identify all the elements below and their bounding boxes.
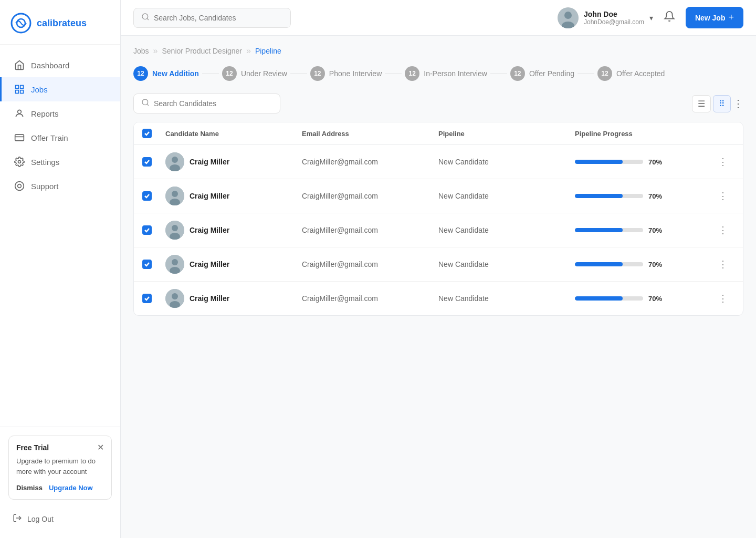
breadcrumb-pipeline[interactable]: Pipeline — [255, 47, 281, 55]
candidate-name: Craig Miller — [190, 192, 229, 200]
select-all-checkbox[interactable] — [142, 129, 152, 138]
progress-bar-fill — [575, 194, 623, 198]
pipeline-progress-cell: 70% — [575, 192, 711, 200]
user-name: John Doe — [584, 10, 644, 18]
list-view-button[interactable]: ☰ — [692, 95, 711, 112]
stage-count-badge: 12 — [597, 66, 612, 81]
svg-rect-2 — [16, 86, 19, 89]
row-checkbox-1[interactable] — [142, 191, 152, 201]
free-trial-card: Free Trial ✕ Upgrade to premium to do mo… — [8, 436, 112, 500]
progress-bar-fill — [575, 262, 623, 266]
sidebar-item-label: Reports — [31, 109, 59, 118]
search-input[interactable] — [154, 14, 283, 22]
candidate-search-input[interactable] — [154, 99, 272, 108]
pipeline-progress-cell: 70% — [575, 158, 711, 166]
row-more-options-button[interactable]: ⋮ — [711, 190, 734, 202]
candidate-pipeline-stage: New Candidate — [438, 260, 575, 268]
notifications-button[interactable] — [662, 8, 677, 27]
sidebar-bottom: Free Trial ✕ Upgrade to premium to do mo… — [0, 427, 120, 538]
svg-point-16 — [564, 12, 572, 19]
candidate-pipeline-stage: New Candidate — [438, 158, 575, 166]
close-free-trial-button[interactable]: ✕ — [97, 443, 104, 452]
logout-icon — [13, 513, 22, 524]
main-content: John Doe JohnDoe@gmail.com ▾ New Job + J… — [121, 0, 756, 538]
reports-icon — [14, 108, 25, 119]
candidate-name: Craig Miller — [190, 158, 229, 166]
svg-point-30 — [172, 259, 178, 265]
row-more-options-button[interactable]: ⋮ — [711, 156, 734, 168]
row-more-options-button[interactable]: ⋮ — [711, 224, 734, 236]
home-icon — [14, 60, 25, 70]
user-info[interactable]: John Doe JohnDoe@gmail.com ▾ — [558, 7, 653, 28]
row-more-options-button[interactable]: ⋮ — [711, 258, 734, 270]
progress-percentage: 70% — [648, 226, 662, 234]
svg-point-6 — [18, 110, 22, 113]
logo-area: calibrateus — [0, 0, 120, 45]
page-content: Jobs » Senior Product Designer » Pipelin… — [121, 36, 756, 538]
table-row: Craig Miller CraigMiller@gmail.com New C… — [134, 247, 743, 282]
svg-point-10 — [15, 182, 24, 191]
svg-rect-7 — [15, 134, 24, 141]
svg-point-27 — [172, 225, 178, 231]
candidates-table: Candidate Name Email Address Pipeline Pi… — [133, 122, 743, 316]
more-options-button[interactable]: ⋮ — [733, 97, 743, 110]
row-checkbox-0[interactable] — [142, 157, 152, 167]
sidebar-item-reports[interactable]: Reports — [0, 101, 120, 126]
candidate-name: Craig Miller — [190, 226, 229, 234]
stage-connector — [490, 74, 507, 74]
sidebar-item-settings[interactable]: Settings — [0, 150, 120, 174]
stage-count-badge: 12 — [222, 66, 237, 81]
candidate-avatar — [165, 221, 184, 240]
candidate-name-cell: Craig Miller — [165, 221, 302, 240]
pipeline-stage-offer-pending[interactable]: 12Offer Pending — [510, 66, 574, 81]
dismiss-button[interactable]: Dismiss — [16, 484, 43, 492]
sidebar-item-support[interactable]: Support — [0, 174, 120, 198]
row-checkbox-2[interactable] — [142, 225, 152, 235]
stage-label: In-Person Interview — [424, 69, 487, 78]
breadcrumb-sep-2: » — [246, 46, 251, 56]
upgrade-now-button[interactable]: Upgrade Now — [49, 484, 93, 492]
candidate-search-bar[interactable] — [133, 94, 280, 113]
progress-bar-fill — [575, 296, 623, 301]
pipeline-stage-new-addition[interactable]: 12New Addition — [133, 66, 199, 81]
svg-rect-5 — [20, 90, 24, 94]
progress-bar-background — [575, 228, 643, 232]
logout-item[interactable]: Log Out — [8, 508, 112, 530]
stage-count-badge: 12 — [133, 66, 148, 81]
sidebar: calibrateus Dashboard Jobs — [0, 0, 121, 538]
chevron-down-icon: ▾ — [649, 14, 653, 22]
row-checkbox-4[interactable] — [142, 294, 152, 303]
sidebar-item-dashboard[interactable]: Dashboard — [0, 53, 120, 77]
sidebar-item-label: Settings — [31, 158, 59, 167]
pipeline-stage-phone-interview[interactable]: 12Phone Interview — [310, 66, 382, 81]
grid-view-button[interactable]: ⠿ — [713, 95, 731, 112]
main-nav: Dashboard Jobs Reports — [0, 45, 120, 427]
candidate-pipeline-stage: New Candidate — [438, 294, 575, 303]
progress-percentage: 70% — [648, 261, 662, 268]
candidate-avatar — [165, 255, 184, 274]
new-job-button[interactable]: New Job + — [686, 7, 743, 28]
breadcrumb-jobs[interactable]: Jobs — [133, 47, 149, 55]
svg-line-14 — [147, 18, 149, 20]
progress-percentage: 70% — [648, 192, 662, 200]
grid-icon — [14, 84, 25, 95]
candidate-email: CraigMiller@gmail.com — [302, 192, 438, 200]
top-header: John Doe JohnDoe@gmail.com ▾ New Job + — [121, 0, 756, 36]
pipeline-stage-under-review[interactable]: 12Under Review — [222, 66, 287, 81]
pipeline-progress-cell: 70% — [575, 226, 711, 234]
pipeline-stage-in-person-interview[interactable]: 12In-Person Interview — [405, 66, 487, 81]
breadcrumb-job-title[interactable]: Senior Product Designer — [162, 47, 242, 55]
sidebar-item-offer-train[interactable]: Offer Train — [0, 126, 120, 150]
brand-name: calibrateus — [37, 18, 87, 29]
row-checkbox-3[interactable] — [142, 260, 152, 269]
progress-bar-fill — [575, 160, 623, 164]
pipeline-stage-offer-accepted[interactable]: 12Offer Accepted — [597, 66, 665, 81]
candidate-avatar — [165, 187, 184, 205]
global-search-bar[interactable] — [133, 8, 291, 28]
new-job-label: New Job — [695, 14, 726, 22]
row-more-options-button[interactable]: ⋮ — [711, 293, 734, 304]
avatar — [558, 7, 579, 28]
sidebar-item-jobs[interactable]: Jobs — [0, 77, 120, 101]
search-candidates-icon — [141, 98, 150, 109]
progress-percentage: 70% — [648, 295, 662, 303]
